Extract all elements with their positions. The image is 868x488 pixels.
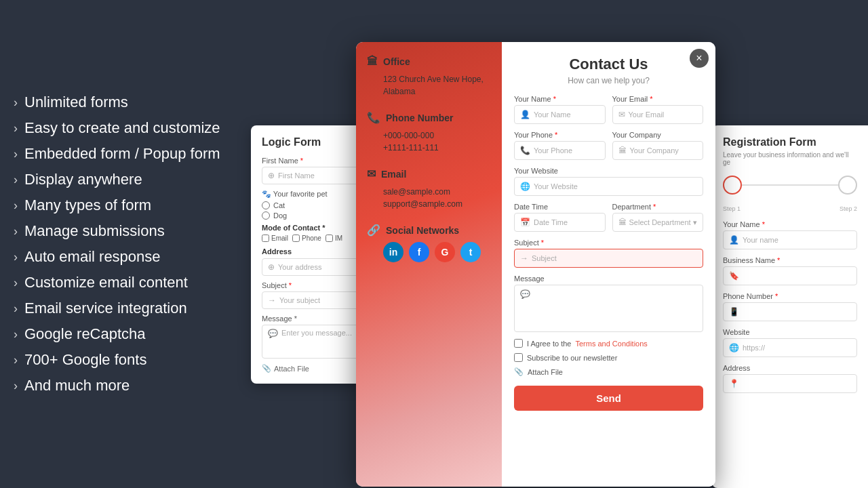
- phone-field-icon: 📞: [520, 146, 530, 155]
- datetime-group: Date Time 📅 Date Time: [514, 203, 606, 232]
- attach-file-row[interactable]: 📎 Attach File: [514, 367, 703, 376]
- reg-address-input[interactable]: 📍: [723, 374, 857, 393]
- message-textarea[interactable]: 💬: [514, 285, 703, 332]
- your-name-group: Your Name * 👤 Your Name: [514, 95, 606, 124]
- subject-label: Subject *: [514, 239, 703, 247]
- office-section: 🏛 Office 123 Church Ave New Hope, Alabam…: [367, 56, 491, 98]
- registration-form-card: Registration Form Leave your business in…: [712, 125, 868, 488]
- mode-phone[interactable]: Phone: [292, 235, 321, 242]
- subject-input[interactable]: → Subject: [514, 249, 703, 268]
- phone-icon: 📞: [367, 111, 380, 124]
- phone-section: 📞 Phone Number +000-000-000 +1111-111-11…: [367, 111, 491, 154]
- facebook-icon[interactable]: f: [409, 242, 429, 262]
- feature-customize-email: ›Customize email content: [14, 270, 237, 296]
- department-select[interactable]: 🏛 Select Department ▾: [612, 213, 704, 232]
- reg-website-label: Website: [723, 328, 857, 336]
- terms-checkbox[interactable]: [514, 339, 523, 348]
- name-email-row: Your Name * 👤 Your Name Your Email * ✉ Y…: [514, 95, 703, 124]
- company-icon: 🏛: [618, 146, 627, 155]
- reg-website-input[interactable]: 🌐 https://: [723, 338, 857, 357]
- message-row: Message 💬: [514, 274, 703, 332]
- message-group: Message 💬: [514, 274, 703, 332]
- office-icon: 🏛: [367, 56, 378, 68]
- reg-phone-input[interactable]: 📱: [723, 302, 857, 321]
- feature-auto-email: ›Auto email response: [14, 244, 237, 270]
- your-name-label: Your Name *: [514, 95, 606, 103]
- mode-email[interactable]: Email: [262, 235, 288, 242]
- feature-many-types: ›Many types of form: [14, 192, 237, 218]
- datetime-input[interactable]: 📅 Date Time: [514, 213, 606, 232]
- terms-checkbox-row: I Agree to the Terms and Conditions: [514, 339, 703, 348]
- chevron-icon: ›: [14, 224, 18, 239]
- chevron-icon: ›: [14, 121, 18, 136]
- phone-title: 📞 Phone Number: [367, 111, 491, 124]
- feature-embedded-popup: ›Embedded form / Popup form: [14, 141, 237, 167]
- google-icon[interactable]: G: [435, 242, 455, 262]
- website-row: Your Website 🌐 Your Website: [514, 167, 703, 196]
- phone-company-row: Your Phone * 📞 Your Phone Your Company 🏛…: [514, 131, 703, 160]
- feature-and-more: ›And much more: [14, 373, 237, 399]
- contact-form-title: Contact Us: [514, 56, 703, 73]
- step-indicator: [723, 176, 857, 195]
- reg-phone-icon: 📱: [729, 307, 739, 317]
- chevron-icon: ›: [14, 327, 18, 342]
- registration-title: Registration Form: [723, 136, 857, 148]
- your-email-input[interactable]: ✉ Your Email: [612, 105, 704, 124]
- modal-right-panel: Contact Us How can we help you? Your Nam…: [502, 42, 715, 487]
- your-name-input[interactable]: 👤 Your Name: [514, 105, 606, 124]
- modal-left-panel: 🏛 Office 123 Church Ave New Hope, Alabam…: [356, 42, 502, 487]
- datetime-dept-row: Date Time 📅 Date Time Department * 🏛 Sel…: [514, 203, 703, 232]
- contact-form-subtitle: How can we help you?: [514, 76, 703, 85]
- email-field-icon: ✉: [618, 110, 625, 119]
- step2-label: Step 2: [840, 205, 857, 212]
- step1-circle: [723, 176, 742, 195]
- chevron-icon: ›: [14, 147, 18, 161]
- feature-easy-create: ›Easy to create and customize: [14, 115, 237, 141]
- phone1: +000-000-000: [367, 129, 491, 142]
- reg-name-input[interactable]: 👤 Your name: [723, 230, 857, 249]
- your-phone-input[interactable]: 📞 Your Phone: [514, 141, 606, 160]
- social-icons-row: in f G t: [367, 242, 491, 262]
- linkedin-icon[interactable]: in: [383, 242, 403, 262]
- reg-address-icon: 📍: [729, 379, 739, 388]
- reg-globe-icon: 🌐: [729, 343, 739, 352]
- dept-icon: 🏛: [618, 218, 627, 227]
- subject-icon: →: [520, 253, 528, 263]
- feature-unlimited-forms: ›Unlimited forms: [14, 89, 237, 115]
- email1: sale@sample.com: [367, 186, 491, 198]
- chevron-icon: ›: [14, 199, 18, 213]
- reg-business-label: Business Name *: [723, 256, 857, 264]
- terms-link[interactable]: Terms and Conditions: [575, 340, 647, 348]
- close-button[interactable]: ×: [690, 49, 709, 68]
- chevron-icon: ›: [14, 96, 18, 110]
- your-company-group: Your Company 🏛 Your Company: [612, 131, 704, 160]
- left-panel: ›Unlimited forms›Easy to create and cust…: [0, 0, 251, 488]
- social-title: 🔗 Social Networks: [367, 224, 491, 237]
- social-section: 🔗 Social Networks in f G t: [367, 224, 491, 262]
- office-address: 123 Church Ave New Hope, Alabama: [367, 73, 491, 98]
- datetime-label: Date Time: [514, 203, 606, 211]
- step1-label: Step 1: [723, 205, 741, 212]
- message-icon: 💬: [520, 289, 530, 299]
- chevron-icon: ›: [14, 250, 18, 264]
- reg-bookmark-icon: 🔖: [729, 271, 739, 281]
- your-company-input[interactable]: 🏛 Your Company: [612, 141, 704, 160]
- feature-display-anywhere: ›Display anywhere: [14, 167, 237, 192]
- chevron-down-icon: ▾: [693, 218, 697, 227]
- calendar-icon: 📅: [520, 218, 530, 227]
- step-labels: Step 1 Step 2: [723, 205, 857, 212]
- message-label: Message: [514, 274, 703, 283]
- twitter-icon[interactable]: t: [460, 242, 481, 262]
- chevron-icon: ›: [14, 276, 18, 290]
- reg-business-input[interactable]: 🔖: [723, 266, 857, 285]
- reg-phone-label: Phone Number *: [723, 292, 857, 300]
- send-button[interactable]: Send: [514, 386, 703, 411]
- contact-modal: × 🏛 Office 123 Church Ave New Hope, Alab…: [356, 42, 715, 487]
- newsletter-checkbox[interactable]: [514, 353, 523, 362]
- your-company-label: Your Company: [612, 131, 704, 139]
- mode-im[interactable]: IM: [326, 235, 342, 242]
- your-website-input[interactable]: 🌐 Your Website: [514, 177, 703, 196]
- your-website-group: Your Website 🌐 Your Website: [514, 167, 703, 196]
- step2-circle: [838, 176, 857, 195]
- department-label: Department *: [612, 203, 704, 211]
